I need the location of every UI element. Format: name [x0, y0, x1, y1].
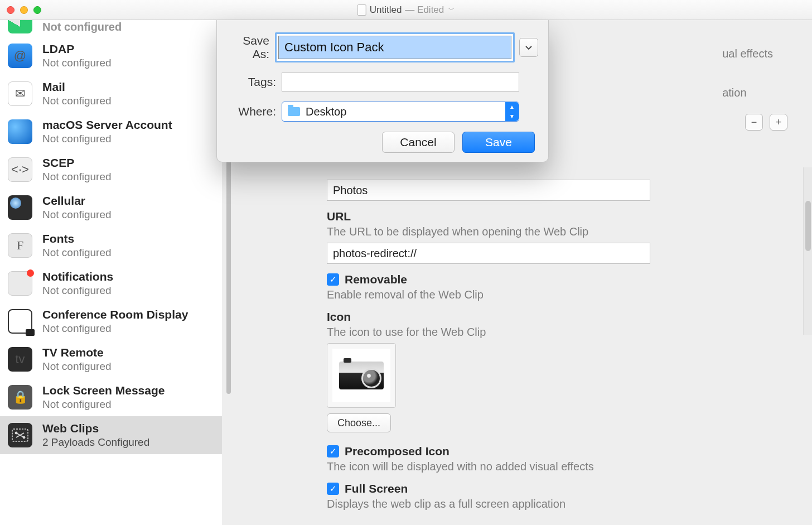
- sidebar-item-scep[interactable]: <·> SCEP Not configured: [0, 151, 222, 189]
- close-window-button[interactable]: [7, 6, 14, 14]
- webclips-icon: [8, 423, 32, 447]
- sidebar-item-sub: 2 Payloads Configured: [42, 436, 149, 449]
- saveas-label: Save As:: [227, 34, 269, 61]
- display-icon: [8, 309, 32, 334]
- content-scrollbar[interactable]: [226, 132, 231, 394]
- saveas-input[interactable]: [278, 36, 511, 59]
- where-value: Desktop: [306, 105, 346, 118]
- traffic-lights: [7, 6, 41, 14]
- window-title[interactable]: Untitled — Edited ﹀: [357, 4, 455, 16]
- sidebar-item-ldap[interactable]: @ LDAP Not configured: [0, 37, 222, 75]
- cellular-icon: [8, 195, 32, 220]
- icon-label: Icon: [327, 310, 777, 324]
- name-input[interactable]: [327, 180, 650, 201]
- appletv-icon: tv: [8, 347, 32, 372]
- scep-icon: <·>: [8, 157, 32, 182]
- document-icon: [357, 4, 366, 16]
- sidebar-item-label: LDAP: [42, 42, 112, 56]
- sidebar-item-mail[interactable]: ✉︎ Mail Not configured: [0, 75, 222, 113]
- folder-icon: [288, 107, 300, 116]
- sidebar-item-tv-remote[interactable]: tv TV Remote Not configured: [0, 340, 222, 378]
- removable-label: Removable: [345, 273, 407, 286]
- sidebar-item-label: Not configured: [42, 21, 122, 33]
- sidebar-item-sub: Not configured: [42, 398, 165, 411]
- sidebar-item-label: Web Clips: [42, 422, 149, 435]
- at-sign-icon: @: [8, 44, 32, 68]
- where-label: Where:: [227, 105, 276, 118]
- sidebar-item-fonts[interactable]: F Fonts Not configured: [0, 227, 222, 264]
- sidebar-item-sub: Not configured: [42, 57, 112, 69]
- window-scrollbar[interactable]: [803, 167, 812, 335]
- sidebar-item-label: Conference Room Display: [42, 308, 188, 321]
- minimize-window-button[interactable]: [20, 6, 28, 14]
- precomposed-description: The icon will be displayed with no added…: [327, 460, 777, 473]
- add-payload-button[interactable]: +: [770, 114, 787, 131]
- sidebar-item-label: Lock Screen Message: [42, 384, 165, 397]
- edited-indicator: — Edited: [405, 4, 444, 16]
- title-dropdown-chevron-icon[interactable]: ﹀: [448, 6, 455, 14]
- sidebar-item-label: Fonts: [42, 232, 112, 245]
- svg-point-1: [15, 432, 17, 434]
- removable-checkbox[interactable]: ✓: [327, 273, 339, 286]
- sidebar-item-conference-room[interactable]: Conference Room Display Not configured: [0, 302, 222, 340]
- sidebar-item-macos-server[interactable]: macOS Server Account Not configured: [0, 113, 222, 151]
- tags-input[interactable]: [282, 73, 519, 91]
- sidebar-item-sub: Not configured: [42, 247, 112, 259]
- obscured-text: ual effects ation: [722, 42, 773, 104]
- maximize-window-button[interactable]: [33, 6, 41, 14]
- sidebar-item-sub: Not configured: [42, 133, 172, 145]
- precomposed-label: Precomposed Icon: [345, 445, 450, 458]
- url-description: The URL to be displayed when opening the…: [327, 225, 777, 238]
- sidebar-item-lock-screen[interactable]: 🔒 Lock Screen Message Not configured: [0, 378, 222, 416]
- expand-save-dialog-button[interactable]: [519, 38, 538, 57]
- sidebar-item-label: Notifications: [42, 270, 113, 283]
- save-sheet: Save As: Tags: Where: Desktop ▲▼ Cancel …: [216, 20, 549, 162]
- choose-icon-button[interactable]: Choose...: [327, 413, 391, 432]
- remove-payload-button[interactable]: −: [745, 114, 763, 131]
- payload-sidebar: Not configured @ LDAP Not configured ✉︎ …: [0, 20, 222, 525]
- fullscreen-checkbox[interactable]: ✓: [327, 483, 339, 495]
- sidebar-item-sub: Not configured: [42, 171, 112, 183]
- sidebar-item-label: SCEP: [42, 156, 112, 170]
- removable-description: Enable removal of the Web Clip: [327, 288, 777, 301]
- sidebar-item-notifications[interactable]: Notifications Not configured: [0, 264, 222, 302]
- url-input[interactable]: [327, 243, 650, 264]
- tags-label: Tags:: [227, 75, 276, 89]
- sidebar-item-sub: Not configured: [42, 360, 112, 373]
- where-popup[interactable]: Desktop ▲▼: [282, 102, 519, 122]
- cancel-button[interactable]: Cancel: [382, 132, 455, 153]
- fullscreen-description: Displays the web clip as a full screen a…: [327, 498, 777, 510]
- sidebar-item-label: TV Remote: [42, 346, 112, 359]
- sidebar-item-sub: Not configured: [42, 285, 113, 297]
- title-text: Untitled: [370, 4, 402, 16]
- sidebar-item-web-clips[interactable]: Web Clips 2 Payloads Configured: [0, 416, 222, 454]
- sidebar-item-truncated[interactable]: Not configured: [0, 20, 222, 37]
- fonts-icon: F: [8, 233, 32, 258]
- sidebar-item-label: Mail: [42, 80, 112, 94]
- save-button[interactable]: Save: [462, 132, 535, 153]
- sidebar-item-sub: Not configured: [42, 322, 188, 335]
- precomposed-checkbox[interactable]: ✓: [327, 445, 339, 457]
- sidebar-item-sub: Not configured: [42, 95, 112, 107]
- generic-icon: [8, 20, 32, 33]
- fullscreen-label: Full Screen: [345, 482, 408, 495]
- sidebar-item-label: macOS Server Account: [42, 118, 172, 132]
- url-label: URL: [327, 210, 777, 223]
- stamp-icon: ✉︎: [8, 81, 32, 106]
- camera-icon: [339, 362, 384, 389]
- sidebar-item-cellular[interactable]: Cellular Not configured: [0, 189, 222, 227]
- sidebar-item-label: Cellular: [42, 194, 112, 208]
- lock-icon: 🔒: [8, 385, 32, 410]
- notifications-icon: [8, 271, 32, 296]
- svg-point-2: [23, 436, 25, 439]
- icon-description: The icon to use for the Web Clip: [327, 326, 777, 339]
- icon-well[interactable]: [327, 343, 396, 408]
- window-titlebar: Untitled — Edited ﹀: [0, 0, 812, 20]
- sidebar-item-sub: Not configured: [42, 209, 112, 221]
- webclip-form: URL The URL to be displayed when opening…: [327, 180, 777, 519]
- where-stepper-icon: ▲▼: [505, 102, 519, 121]
- globe-icon: [8, 119, 32, 144]
